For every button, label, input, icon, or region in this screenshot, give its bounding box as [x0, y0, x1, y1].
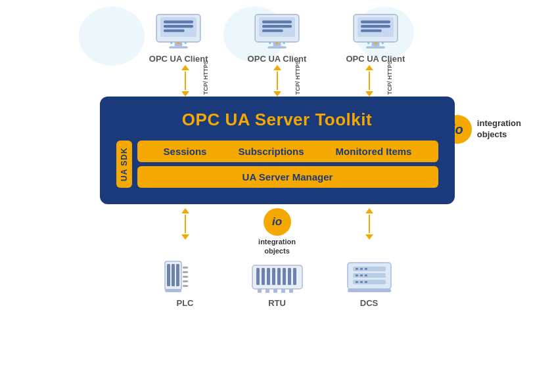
server-toolkit-box: OPC UA Server Toolkit UA SDK Sessions Su…: [100, 97, 455, 204]
device-plc-label: PLC: [177, 298, 194, 308]
svg-rect-46: [283, 268, 286, 285]
svg-rect-62: [360, 274, 363, 276]
svg-rect-34: [165, 289, 181, 292]
svg-rect-26: [366, 47, 384, 49]
svg-rect-61: [356, 274, 358, 276]
svg-rect-12: [262, 20, 292, 23]
monitor-icon-3: [351, 12, 400, 51]
svg-rect-2: [164, 20, 193, 23]
svg-rect-50: [265, 289, 269, 293]
arrow-label-1: TCP/ HTTPS: [202, 60, 209, 95]
ua-sdk-label: UA SDK: [116, 141, 132, 188]
svg-rect-51: [273, 289, 277, 293]
svg-rect-38: [183, 280, 188, 282]
svg-rect-59: [360, 268, 363, 270]
svg-rect-3: [164, 25, 193, 28]
svg-rect-13: [262, 25, 292, 28]
arrow-up-2: [273, 65, 281, 70]
sessions-label: Sessions: [164, 146, 207, 157]
svg-rect-39: [183, 285, 188, 287]
bottom-arrow-right: [343, 208, 396, 240]
svg-rect-42: [262, 268, 265, 285]
bottom-arrow-left: [159, 208, 212, 240]
svg-rect-63: [365, 274, 367, 276]
svg-rect-31: [167, 264, 170, 286]
device-rtu: RTU: [251, 260, 304, 308]
svg-rect-6: [170, 47, 188, 49]
svg-point-27: [367, 42, 369, 44]
svg-rect-66: [365, 281, 367, 283]
subscriptions-label: Subscriptions: [238, 146, 304, 157]
rtu-icon: [251, 260, 304, 294]
manager-label: UA Server Manager: [242, 171, 333, 183]
arrow-down-2: [273, 91, 281, 97]
device-dcs: DCS: [343, 260, 396, 308]
io-logo-top: io integration objects: [443, 115, 521, 144]
client-label-3: OPC UA Client: [346, 54, 405, 64]
arrow-down-3: [365, 91, 373, 97]
client-item-2: OPC UA Client: [248, 12, 307, 64]
client-item-1: OPC UA Client: [149, 12, 208, 64]
arrow-label-2: TCP/ HTTPS: [294, 60, 301, 95]
sdk-content: Sessions Subscriptions Monitored Items U…: [137, 141, 438, 188]
bottom-arrow-up-left: [181, 208, 189, 213]
main-container: io integration objects: [0, 0, 554, 392]
svg-rect-36: [183, 271, 188, 273]
svg-rect-53: [289, 289, 293, 293]
device-plc: PLC: [159, 260, 212, 308]
io-text-bottom: integration objects: [258, 237, 296, 256]
svg-rect-64: [356, 281, 358, 283]
client-label-1: OPC UA Client: [149, 54, 208, 64]
manager-row: UA Server Manager: [137, 166, 438, 188]
sdk-row: UA SDK Sessions Subscriptions Monitored …: [116, 141, 438, 188]
svg-rect-4: [164, 30, 185, 32]
clients-section: OPC UA Client OPC UA Client: [149, 12, 405, 64]
svg-rect-44: [272, 268, 275, 285]
arrow-group-1: TCP/ HTTPS: [159, 65, 212, 97]
svg-rect-16: [267, 47, 286, 49]
device-dcs-label: DCS: [360, 298, 378, 308]
dcs-icon: [346, 260, 392, 294]
svg-rect-47: [288, 268, 291, 285]
arrow-label-3: TCP/ HTTPS: [386, 60, 393, 95]
svg-rect-24: [361, 30, 382, 32]
bottom-double-arrow-right: [365, 208, 373, 240]
arrow-group-3: TCP/ HTTPS: [343, 65, 396, 97]
svg-rect-35: [183, 267, 188, 269]
svg-point-9: [185, 42, 187, 44]
svg-rect-43: [267, 268, 270, 285]
devices-section: PLC RTU: [100, 260, 455, 308]
svg-rect-49: [258, 289, 262, 293]
monitor-icon-2: [252, 12, 302, 51]
monitor-icon-1: [154, 12, 203, 51]
plc-icon: [164, 260, 206, 294]
svg-point-7: [170, 42, 172, 44]
svg-point-17: [269, 42, 271, 44]
io-logo-bottom: io integration objects: [251, 208, 304, 256]
double-arrow-2: [273, 65, 281, 97]
bottom-arrow-down-right: [365, 234, 373, 240]
svg-rect-33: [176, 264, 179, 286]
blob-1: [79, 7, 145, 66]
svg-rect-58: [356, 268, 358, 270]
arrow-up-1: [181, 65, 189, 70]
io-badge-bottom: io: [264, 208, 291, 236]
server-title: OPC UA Server Toolkit: [116, 110, 438, 130]
bottom-double-arrow-left: [181, 208, 189, 240]
svg-point-18: [276, 42, 278, 44]
svg-rect-65: [360, 281, 363, 283]
svg-point-28: [375, 42, 377, 44]
io-text-top: integration objects: [477, 118, 521, 141]
monitored-items-label: Monitored Items: [336, 146, 412, 157]
svg-rect-22: [361, 20, 390, 23]
svg-rect-32: [172, 264, 175, 286]
svg-rect-23: [361, 25, 390, 28]
arrow-down-1: [181, 91, 189, 97]
bottom-arrow-up-right: [365, 208, 373, 213]
svg-rect-45: [277, 268, 281, 285]
double-arrow-3: [365, 65, 373, 97]
bottom-arrow-down-left: [181, 234, 189, 240]
svg-point-8: [177, 42, 179, 44]
sessions-row: Sessions Subscriptions Monitored Items: [137, 141, 438, 162]
svg-rect-60: [365, 268, 367, 270]
